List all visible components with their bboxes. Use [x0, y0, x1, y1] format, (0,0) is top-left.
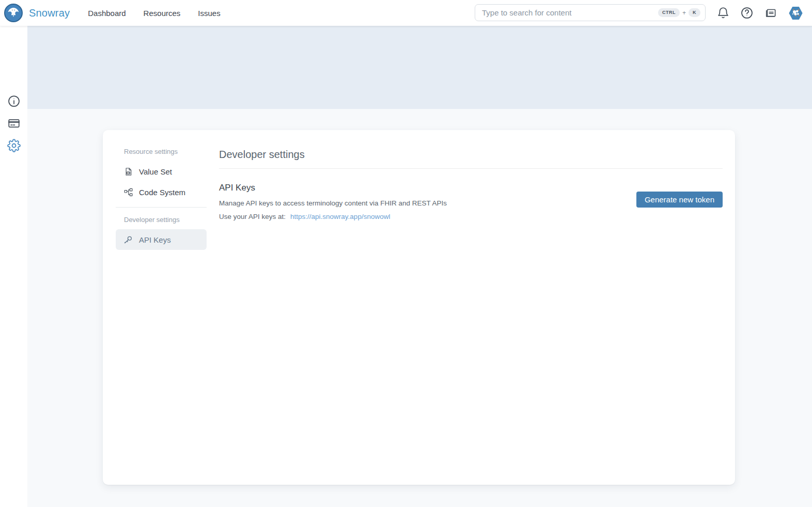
snowray-logo[interactable] — [4, 4, 23, 22]
section-description: Manage API keys to access terminology co… — [219, 199, 447, 207]
api-url-link[interactable]: https://api.snowray.app/snowowl — [290, 213, 390, 220]
svg-text:VS: VS — [127, 172, 130, 174]
manta-ray-icon — [7, 5, 20, 21]
settings-content: Developer settings API Keys Manage API k… — [219, 144, 723, 485]
key-icon — [123, 235, 133, 245]
nav-section-heading-resource-settings: Resource settings — [116, 144, 207, 161]
notifications-bell-icon[interactable] — [716, 6, 730, 20]
primary-nav: Dashboard Resources Issues — [88, 9, 220, 18]
shortcut-key-k: K — [689, 8, 700, 17]
nav-item-code-system[interactable]: Code System — [116, 182, 207, 202]
settings-gear-icon[interactable] — [7, 139, 21, 152]
search-input[interactable] — [482, 8, 658, 17]
title-divider — [219, 168, 723, 169]
generate-token-button[interactable]: Generate new token — [636, 192, 723, 208]
settings-nav: Resource settings VS Value Set Code Syst… — [116, 144, 207, 485]
page-title: Developer settings — [219, 149, 723, 161]
user-avatar[interactable] — [788, 5, 804, 21]
billing-card-icon[interactable] — [7, 117, 21, 130]
nav-item-api-keys[interactable]: API Keys — [116, 229, 207, 250]
app-sidebar — [0, 26, 27, 507]
info-icon[interactable] — [7, 94, 21, 108]
brand-name[interactable]: Snowray — [29, 7, 70, 19]
section-heading: API Keys — [219, 183, 447, 193]
hero-band — [27, 26, 812, 109]
nav-section-heading-developer-settings: Developer settings — [116, 212, 207, 229]
nav-item-value-set[interactable]: VS Value Set — [116, 161, 207, 182]
header-icon-group — [716, 0, 804, 26]
top-nav-bar: Snowray Dashboard Resources Issues CTRL … — [0, 0, 812, 26]
news-icon[interactable] — [764, 6, 777, 20]
help-icon[interactable] — [740, 6, 754, 20]
nav-item-dashboard[interactable]: Dashboard — [88, 9, 126, 18]
shortcut-key-ctrl: CTRL — [658, 8, 680, 17]
shortcut-plus: + — [682, 9, 686, 17]
value-set-icon: VS — [123, 167, 133, 177]
api-keys-text-block: API Keys Manage API keys to access termi… — [219, 183, 447, 220]
nav-item-label: Value Set — [139, 167, 172, 176]
nav-item-label: Code System — [139, 188, 185, 197]
global-search[interactable]: CTRL + K — [475, 4, 706, 21]
api-url-line: Use your API keys at: https://api.snowra… — [219, 213, 447, 220]
api-keys-section: API Keys Manage API keys to access termi… — [219, 183, 723, 220]
nav-item-issues[interactable]: Issues — [198, 9, 220, 18]
api-url-label: Use your API keys at: — [219, 213, 286, 220]
nav-divider — [116, 207, 207, 208]
nav-item-resources[interactable]: Resources — [144, 9, 181, 18]
code-system-icon — [123, 187, 133, 197]
settings-card: Resource settings VS Value Set Code Syst… — [103, 130, 735, 485]
nav-item-label: API Keys — [139, 235, 171, 244]
